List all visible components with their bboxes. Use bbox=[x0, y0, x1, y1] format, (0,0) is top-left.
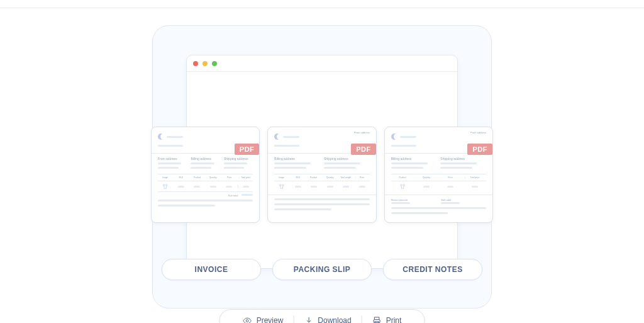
section-billing-address: Billing address bbox=[274, 157, 320, 161]
section-shipping-address: Shipping address bbox=[224, 157, 253, 161]
action-bar: Preview Download Print bbox=[219, 309, 425, 323]
packing-slip-button[interactable]: PACKING SLIP bbox=[272, 259, 372, 280]
window-titlebar bbox=[187, 55, 457, 72]
credit-table-head: Product Quantity Price Total price bbox=[391, 174, 486, 181]
print-button[interactable]: Print bbox=[362, 316, 412, 324]
section-billing-address: Billing address bbox=[391, 157, 437, 161]
eye-icon bbox=[243, 316, 252, 324]
download-button[interactable]: Download bbox=[294, 316, 361, 324]
return-amount-label: Return amount bbox=[391, 198, 436, 201]
section-shipping-address: Shipping address bbox=[324, 157, 370, 161]
brand-logo-icon bbox=[391, 133, 397, 140]
close-icon bbox=[193, 61, 198, 66]
print-label: Print bbox=[386, 316, 402, 323]
top-divider bbox=[0, 8, 644, 8]
brand-logo-icon bbox=[158, 133, 164, 140]
section-from-address: From address bbox=[470, 131, 486, 134]
pdf-badge: PDF bbox=[351, 144, 376, 155]
section-from-address: From address bbox=[158, 157, 187, 161]
credit-table-row bbox=[391, 181, 486, 191]
tshirt-icon bbox=[274, 183, 289, 190]
credit-notes-card: From address PDF Billing address Shippin… bbox=[384, 127, 493, 223]
credit-notes-button[interactable]: CREDIT NOTES bbox=[383, 259, 482, 280]
invoice-subtotal: Sub total bbox=[158, 191, 253, 197]
document-cards: PDF From address Billing address Shippin… bbox=[151, 127, 493, 223]
doc-type-row: INVOICE PACKING SLIP CREDIT NOTES bbox=[162, 259, 482, 280]
preview-button[interactable]: Preview bbox=[233, 316, 294, 324]
svg-point-0 bbox=[246, 319, 248, 322]
subtotal-label: Sub total bbox=[441, 198, 486, 201]
brand-logo-icon bbox=[274, 133, 280, 140]
download-label: Download bbox=[318, 316, 351, 323]
printer-icon bbox=[372, 316, 382, 324]
feature-stage: PDF From address Billing address Shippin… bbox=[152, 25, 492, 309]
minimize-icon bbox=[203, 61, 208, 66]
packing-table-row bbox=[274, 181, 369, 191]
packing-slip-card: From address PDF Billing address Shippin… bbox=[267, 127, 376, 223]
section-shipping-address: Shipping address bbox=[440, 157, 486, 161]
section-billing-address: Billing address bbox=[191, 157, 219, 161]
invoice-button[interactable]: INVOICE bbox=[162, 259, 261, 280]
tshirt-icon bbox=[158, 183, 172, 190]
download-icon bbox=[304, 316, 313, 324]
invoice-table-row bbox=[158, 181, 253, 191]
invoice-table-head: Image SKU Product Quantity Price Total p… bbox=[158, 174, 253, 181]
section-from-address: From address bbox=[354, 131, 370, 134]
pdf-badge: PDF bbox=[467, 144, 492, 155]
tshirt-icon bbox=[391, 183, 414, 190]
pdf-badge: PDF bbox=[235, 144, 260, 155]
invoice-card: PDF From address Billing address Shippin… bbox=[151, 127, 260, 223]
preview-label: Preview bbox=[257, 316, 284, 323]
packing-table-head: Image SKU Product Quantity Total weight … bbox=[274, 174, 369, 181]
maximize-icon bbox=[212, 61, 217, 66]
